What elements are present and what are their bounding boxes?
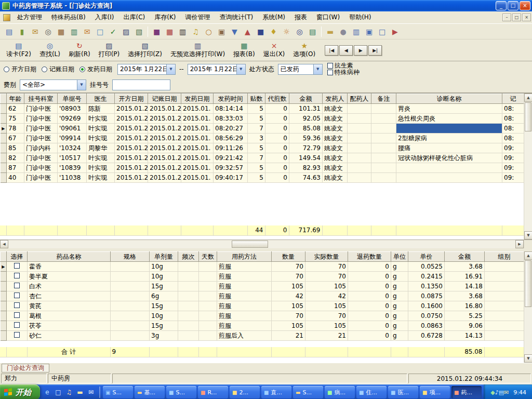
cell[interactable] xyxy=(348,134,371,143)
row-checkbox[interactable] xyxy=(14,312,20,318)
cell[interactable]: 2015.01.2 xyxy=(148,143,181,153)
cell[interactable]: 砂仁 xyxy=(28,331,111,341)
cell[interactable]: 08:56:29 xyxy=(214,134,248,143)
cell[interactable]: 门诊中医 xyxy=(24,134,58,143)
column-header[interactable]: 金额 xyxy=(289,94,323,104)
cell[interactable] xyxy=(178,321,199,331)
cd-disc-button[interactable]: ● xyxy=(337,25,350,38)
cell[interactable] xyxy=(485,291,524,301)
cell[interactable]: 2型糖尿病 xyxy=(396,134,502,143)
row-selector[interactable] xyxy=(1,272,7,282)
cell[interactable]: 62 xyxy=(7,104,24,114)
cell[interactable] xyxy=(111,262,150,272)
cell[interactable]: 09:40:17 xyxy=(214,173,248,183)
cell[interactable]: 2015.01.2 xyxy=(148,134,181,143)
cell[interactable] xyxy=(111,301,150,311)
cell[interactable]: 0.1600 xyxy=(408,301,445,311)
cell[interactable]: 14.18 xyxy=(445,282,485,291)
binoculars-button[interactable]: ◎ xyxy=(42,25,55,38)
cell[interactable] xyxy=(111,291,150,301)
detail-vertical-scrollbar[interactable]: ▲ ▼ xyxy=(524,251,532,363)
cell[interactable]: 09:21:42 xyxy=(214,153,248,163)
cell[interactable]: 2015.01.2 xyxy=(148,163,181,173)
mail-receive-button[interactable]: ✉ xyxy=(81,25,94,38)
cell[interactable]: 2015.01. xyxy=(181,124,214,134)
cell[interactable]: 40 xyxy=(7,173,24,183)
window-cascade-button[interactable]: ▣ xyxy=(363,25,376,38)
cell[interactable]: g xyxy=(391,262,408,272)
cell[interactable] xyxy=(485,331,524,341)
cell[interactable]: 6g xyxy=(150,291,178,301)
checkbox-cell[interactable] xyxy=(7,291,28,301)
cell[interactable]: 煎服 xyxy=(217,272,272,282)
options-button[interactable]: ★选项(O) xyxy=(289,41,320,60)
menu-item-2[interactable]: 入库(I) xyxy=(90,11,119,23)
start-button[interactable]: 开始 xyxy=(0,384,40,399)
column-header[interactable]: 配药人 xyxy=(348,94,371,104)
cell[interactable]: 105 xyxy=(305,282,348,291)
task-button-5[interactable]: ■直... xyxy=(261,386,291,398)
row-checkbox[interactable] xyxy=(14,273,20,278)
cell[interactable]: 74.63 xyxy=(289,173,323,183)
column-header[interactable]: 退药数量 xyxy=(348,252,391,262)
cell[interactable]: 姚凌文 xyxy=(323,104,348,114)
cell[interactable] xyxy=(199,291,217,301)
table-row[interactable]: 82门诊中医'10517叶实现2015.01.22015.01.22015.01… xyxy=(1,153,524,163)
cell[interactable]: 黄芪 xyxy=(28,301,111,311)
folder-open-button[interactable]: ▬ xyxy=(324,25,337,38)
cell[interactable]: 78 xyxy=(7,124,24,134)
cell[interactable]: 门诊中医 xyxy=(24,104,58,114)
table-row[interactable]: ▶藿香10g煎服70700g0.05253.68 xyxy=(1,262,524,272)
cell[interactable]: 0 xyxy=(265,173,289,183)
cell[interactable]: 胃炎 xyxy=(396,104,502,114)
cell[interactable]: 2015.01. xyxy=(181,143,214,153)
cell[interactable]: 09: xyxy=(502,163,524,173)
table-row[interactable]: 40门诊中医'11038叶实现2015.01.22015.01.22015.01… xyxy=(1,173,524,183)
cell[interactable] xyxy=(485,262,524,272)
cell[interactable]: 2015.01. xyxy=(181,104,214,114)
column-header[interactable]: 发药日期 xyxy=(181,94,214,104)
mail-send-button[interactable]: ✉ xyxy=(29,25,42,38)
table-row[interactable]: 黄芪15g煎服1051050g0.160016.80 xyxy=(1,301,524,311)
menu-item-6[interactable]: 查询统计(T) xyxy=(215,11,258,23)
cell[interactable]: g xyxy=(391,301,408,311)
cell[interactable]: 2015.01.2 xyxy=(115,153,148,163)
row-selector[interactable]: ▶ xyxy=(1,124,7,134)
cell[interactable]: 0.0525 xyxy=(408,262,445,272)
cell[interactable]: 0 xyxy=(348,272,391,282)
cell[interactable] xyxy=(371,124,396,134)
cell[interactable]: 茯苓 xyxy=(28,321,111,331)
cell[interactable]: g xyxy=(391,272,408,282)
cell[interactable]: '11038 xyxy=(58,173,87,183)
cell[interactable]: 70 xyxy=(272,311,305,321)
menu-item-9[interactable]: 窗口(W) xyxy=(312,11,344,23)
row-selector[interactable] xyxy=(1,134,7,143)
first-record-button[interactable]: |◀ xyxy=(325,45,338,56)
cell[interactable]: 09: xyxy=(502,173,524,183)
cell[interactable]: 105 xyxy=(305,301,348,311)
column-header[interactable]: 单价 xyxy=(408,252,445,262)
task-button-2[interactable]: ■S... xyxy=(166,386,196,398)
cell[interactable]: 煎服 xyxy=(217,301,272,311)
status-combo[interactable]: 已发药 ▼ xyxy=(278,64,323,75)
column-header[interactable]: 规格 xyxy=(111,252,150,262)
scroll-down-button[interactable]: ▼ xyxy=(524,354,532,363)
cell[interactable]: 2015.01.2 xyxy=(115,104,148,114)
cell[interactable]: 0.2415 xyxy=(408,272,445,282)
cell[interactable] xyxy=(178,262,199,272)
exit-button[interactable]: ×退出(X) xyxy=(259,41,289,60)
cell[interactable] xyxy=(396,163,502,173)
cell[interactable]: 75 xyxy=(7,114,24,124)
cell[interactable]: 2015.01.2 xyxy=(148,153,181,163)
cell[interactable]: 门诊中医 xyxy=(24,153,58,163)
column-header[interactable]: 代煎数 xyxy=(265,94,289,104)
cell[interactable]: 5 xyxy=(248,163,265,173)
cell[interactable]: 门诊内科 xyxy=(24,143,58,153)
tab-outpatient-prescription-query[interactable]: 门诊处方查询 xyxy=(2,364,49,373)
row-checkbox[interactable] xyxy=(14,292,20,298)
menu-item-8[interactable]: 报表 xyxy=(290,11,312,23)
cell[interactable]: 煎服 xyxy=(217,321,272,331)
cell[interactable]: 0 xyxy=(265,163,289,173)
table-row[interactable]: 87门诊中医'10839叶实现2015.01.22015.01.22015.01… xyxy=(1,163,524,173)
cell[interactable] xyxy=(199,262,217,272)
